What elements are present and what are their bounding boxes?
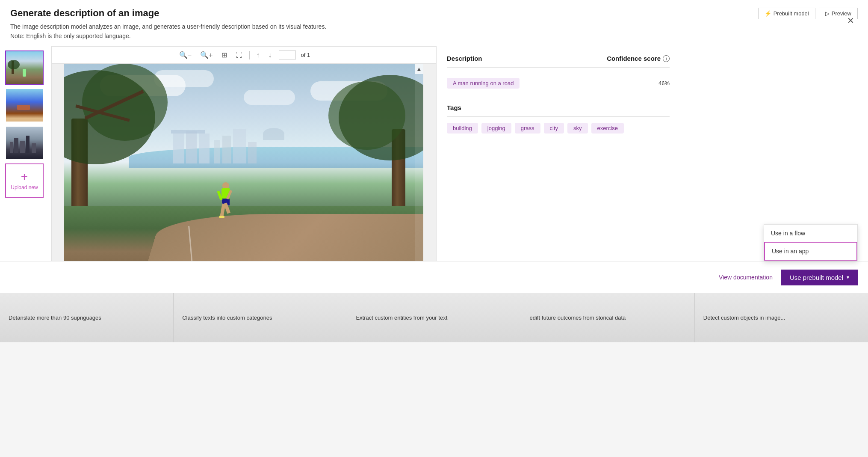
confidence-value: 46%: [658, 80, 670, 86]
scene: ▲ ▼: [64, 64, 423, 282]
zoom-out-button[interactable]: 🔍−: [177, 50, 193, 60]
next-page-button[interactable]: ↓: [267, 50, 274, 60]
page-number-input[interactable]: 1: [279, 50, 296, 59]
description-label: Description: [447, 55, 482, 62]
confidence-label: Confidence score: [607, 55, 661, 62]
use-in-app-item[interactable]: Use in an app: [764, 242, 857, 261]
bottom-content: Detanslate more than 90 supnguages Class…: [0, 293, 868, 342]
close-button[interactable]: ✕: [844, 14, 858, 27]
dialog-note: Note: English is the only supported lang…: [10, 33, 858, 39]
description-section: Description Confidence score i A man run…: [447, 55, 670, 92]
tag-city: city: [544, 123, 564, 134]
viewer-toolbar: 🔍− 🔍+ ⊞ ⛶ ↑ ↓ 1 of 1: [52, 47, 436, 64]
thumbnail-1[interactable]: [5, 50, 44, 85]
tag-exercise: exercise: [591, 123, 624, 134]
tags-label: Tags: [447, 104, 670, 117]
use-prebuilt-model-button[interactable]: Use prebuilt model ▾: [781, 270, 858, 285]
bottom-card-text-4: edift future outcomes from storical data: [530, 315, 686, 321]
thumbnail-3[interactable]: [5, 126, 44, 160]
results-panel: Description Confidence score i A man run…: [436, 46, 680, 282]
image-container: ▲ ▼: [52, 64, 436, 282]
plus-icon: +: [21, 171, 28, 183]
thumbnail-panel: + Upload new: [0, 46, 51, 282]
fit-page-button[interactable]: ⛶: [234, 50, 244, 60]
tags-container: building jogging grass city sky exercise: [447, 123, 670, 134]
triangle-icon: ▷: [825, 10, 830, 17]
thumbnail-2[interactable]: [5, 88, 44, 122]
use-prebuilt-label: Use prebuilt model: [790, 274, 843, 281]
dialog-header: Generate description of an image The ima…: [0, 0, 868, 39]
dialog: Generate description of an image The ima…: [0, 0, 868, 342]
bottom-card-4: edift future outcomes from storical data: [521, 293, 695, 342]
page-of-label: of 1: [301, 52, 310, 58]
toolbar-divider: [249, 51, 250, 59]
tag-building: building: [447, 123, 478, 134]
main-image: ▲ ▼: [64, 64, 423, 282]
main-content: + Upload new 🔍− 🔍+ ⊞ ⛶ ↑ ↓ 1 of 1: [0, 46, 868, 282]
bottom-card-text-5: Detect custom objects in image...: [703, 315, 859, 321]
bottom-card-3: Extract custom entities from your text: [347, 293, 521, 342]
chevron-down-icon: ▾: [847, 274, 849, 280]
bottom-card-2: Classify texts into custom categories: [174, 293, 347, 342]
bottom-bar: View documentation Use prebuilt model ▾: [0, 261, 868, 293]
top-right-buttons: ⚡ Prebuilt model ▷ Preview ✕: [758, 8, 858, 19]
image-viewer: 🔍− 🔍+ ⊞ ⛶ ↑ ↓ 1 of 1: [51, 46, 436, 282]
view-documentation-button[interactable]: View documentation: [719, 274, 773, 281]
bottom-card-1: Detanslate more than 90 supnguages: [0, 293, 174, 342]
confidence-header: Confidence score i: [607, 55, 670, 62]
tag-sky: sky: [567, 123, 588, 134]
tag-jogging: jogging: [481, 123, 511, 134]
prebuilt-model-button[interactable]: ⚡ Prebuilt model: [758, 8, 815, 19]
dropdown-menu: Use in a flow Use in an app: [764, 224, 858, 261]
tag-grass: grass: [515, 123, 540, 134]
bottom-card-text-3: Extract custom entities from your text: [356, 315, 512, 321]
bottom-card-text-2: Classify texts into custom categories: [182, 315, 338, 321]
prev-page-button[interactable]: ↑: [255, 50, 262, 60]
lightning-icon: ⚡: [765, 10, 771, 17]
bottom-card-text-1: Detanslate more than 90 supnguages: [9, 315, 165, 321]
dialog-description: The image description model analyzes an …: [10, 23, 858, 30]
upload-new-button[interactable]: + Upload new: [5, 163, 44, 198]
fit-width-button[interactable]: ⊞: [220, 50, 229, 60]
dialog-title: Generate description of an image: [10, 8, 858, 19]
description-row: A man running on a road 46%: [447, 74, 670, 92]
description-tag: A man running on a road: [447, 78, 520, 89]
bottom-card-5: Detect custom objects in image...: [695, 293, 868, 342]
use-in-flow-item[interactable]: Use in a flow: [764, 225, 857, 242]
description-header: Description Confidence score i: [447, 55, 670, 68]
tags-section: Tags building jogging grass city sky exe…: [447, 104, 670, 134]
info-icon[interactable]: i: [663, 55, 670, 62]
upload-new-label: Upload new: [11, 184, 38, 190]
scroll-up-button[interactable]: ▲: [415, 64, 423, 74]
zoom-in-button[interactable]: 🔍+: [198, 50, 214, 60]
